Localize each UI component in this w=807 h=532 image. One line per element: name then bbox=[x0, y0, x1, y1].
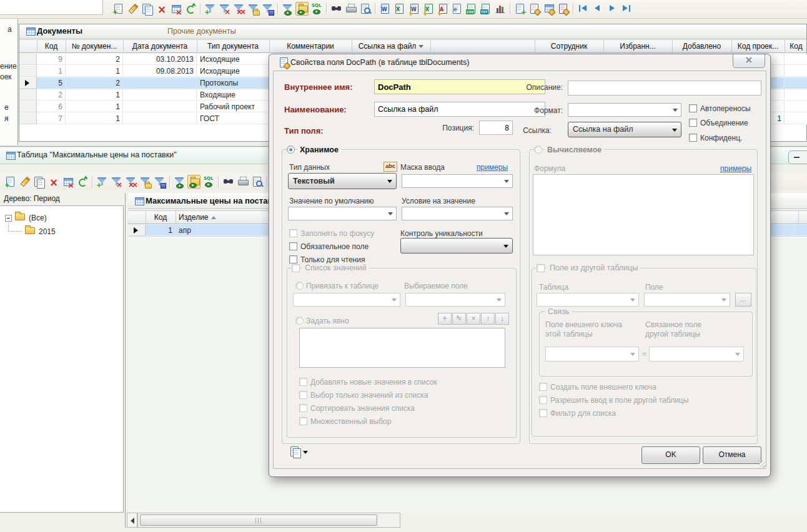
filter-clear-icon[interactable]: ×× bbox=[233, 2, 245, 15]
list-move-down-button[interactable]: ↓ bbox=[495, 313, 509, 325]
form-gear-icon[interactable] bbox=[528, 2, 540, 15]
format-combo[interactable] bbox=[568, 103, 681, 117]
filter-folder-icon[interactable] bbox=[139, 175, 151, 188]
filter-clear-icon[interactable]: ×× bbox=[125, 175, 137, 188]
delete-icon[interactable]: × bbox=[47, 175, 59, 188]
description-field[interactable] bbox=[568, 81, 761, 96]
form-color-icon[interactable] bbox=[557, 2, 569, 15]
scroll-left-button[interactable] bbox=[127, 513, 137, 528]
other-table-checkbox[interactable] bbox=[537, 264, 545, 272]
column-header[interactable]: Ссылка на файл bbox=[352, 40, 431, 53]
fk-combo[interactable] bbox=[545, 347, 639, 362]
doc-add-icon[interactable]: + bbox=[112, 2, 124, 15]
list-option-checkbox[interactable] bbox=[299, 391, 307, 399]
form-gear-icon[interactable] bbox=[278, 56, 290, 69]
data-type-combo[interactable]: Текстовый bbox=[288, 173, 397, 189]
documents-tab-label[interactable]: Прочие документы bbox=[167, 27, 236, 36]
filter-folder-icon[interactable] bbox=[247, 2, 259, 15]
export-html-icon[interactable]: e bbox=[451, 2, 463, 15]
tree-node-2015[interactable]: 2015 bbox=[39, 227, 56, 236]
merge-checkbox[interactable] bbox=[689, 119, 697, 127]
print-icon[interactable] bbox=[237, 175, 249, 188]
preview-icon[interactable] bbox=[251, 175, 263, 188]
computed-option-checkbox[interactable] bbox=[539, 396, 547, 404]
copy-properties-button[interactable] bbox=[288, 445, 310, 459]
nav-first-icon[interactable] bbox=[577, 2, 589, 15]
table-delete-icon[interactable]: × bbox=[170, 2, 182, 15]
formula-examples-link[interactable]: примеры bbox=[720, 164, 751, 173]
edit-pencil-icon[interactable] bbox=[127, 2, 139, 15]
grid-window-icon[interactable] bbox=[24, 25, 36, 37]
column-header[interactable]: Тип документа bbox=[197, 40, 270, 53]
rel-combo[interactable] bbox=[649, 347, 744, 362]
column-header[interactable]: Код bbox=[785, 40, 807, 53]
filter-delete-icon[interactable]: × bbox=[111, 175, 122, 188]
select-field-combo[interactable] bbox=[405, 293, 505, 307]
sql-view-icon[interactable]: SQL bbox=[310, 2, 322, 15]
list-option-checkbox[interactable] bbox=[299, 417, 307, 425]
column-header[interactable]: Комментарии bbox=[269, 40, 352, 53]
export-word-icon[interactable]: W bbox=[379, 2, 391, 15]
filter-view-icon[interactable] bbox=[174, 175, 186, 188]
chart-icon[interactable] bbox=[494, 2, 506, 15]
folders-view-icon[interactable] bbox=[295, 2, 309, 16]
filter-add-icon[interactable]: + bbox=[96, 175, 108, 188]
copy-icon[interactable] bbox=[141, 2, 153, 15]
filter-view-icon[interactable] bbox=[282, 2, 294, 15]
doc-add-icon[interactable]: + bbox=[4, 175, 16, 188]
grid-gear-icon[interactable] bbox=[543, 2, 555, 15]
position-field[interactable] bbox=[479, 121, 513, 135]
merge-word-icon[interactable]: W bbox=[408, 2, 420, 15]
list-option-checkbox[interactable] bbox=[299, 378, 307, 386]
find-icon[interactable] bbox=[330, 2, 342, 15]
column-header[interactable]: Добавлено bbox=[672, 40, 732, 53]
condition-combo[interactable] bbox=[402, 207, 513, 220]
formula-textarea[interactable] bbox=[533, 174, 754, 255]
bind-table-combo[interactable] bbox=[293, 293, 400, 307]
nav-last-icon[interactable] bbox=[620, 2, 632, 15]
export-excel-icon[interactable]: X bbox=[394, 2, 405, 15]
preview-icon[interactable] bbox=[359, 2, 371, 15]
computed-option-checkbox[interactable] bbox=[539, 383, 547, 391]
resize-grip[interactable] bbox=[758, 460, 765, 468]
close-button[interactable] bbox=[733, 54, 765, 68]
required-checkbox[interactable] bbox=[289, 242, 297, 250]
list-delete-button[interactable]: × bbox=[467, 313, 480, 325]
list-option-checkbox[interactable] bbox=[299, 404, 307, 412]
column-header-kod[interactable]: Код bbox=[146, 211, 176, 224]
tree-grid-splitter[interactable] bbox=[125, 193, 126, 528]
computed-radio[interactable] bbox=[534, 145, 542, 154]
fill-focus-checkbox[interactable] bbox=[289, 229, 297, 237]
list-move-up-button[interactable]: ↑ bbox=[481, 313, 495, 325]
folders-view-icon[interactable] bbox=[187, 175, 201, 189]
filter-save-icon[interactable] bbox=[262, 2, 274, 15]
find-icon[interactable] bbox=[222, 175, 234, 188]
tree-expand-icon[interactable] bbox=[5, 215, 12, 222]
refresh-icon[interactable] bbox=[76, 175, 88, 188]
link-combo[interactable]: Ссылка на файл bbox=[568, 122, 681, 137]
cancel-button[interactable]: Отмена bbox=[703, 446, 761, 464]
explicit-values-listbox[interactable] bbox=[299, 328, 505, 368]
column-header[interactable]: № докумен... bbox=[66, 40, 124, 53]
grid-window-icon[interactable] bbox=[133, 195, 145, 207]
unique-control-combo[interactable] bbox=[400, 238, 513, 254]
confidential-checkbox[interactable] bbox=[689, 134, 697, 142]
filter-save-icon[interactable] bbox=[154, 175, 166, 188]
nav-prev-icon[interactable] bbox=[592, 2, 603, 15]
edit-pencil-icon[interactable] bbox=[19, 175, 31, 188]
filter-delete-icon[interactable]: × bbox=[219, 2, 230, 15]
refresh-icon[interactable] bbox=[184, 2, 196, 15]
explicit-radio[interactable] bbox=[295, 317, 304, 325]
collapse-tab[interactable] bbox=[788, 150, 807, 164]
nav-next-icon[interactable] bbox=[606, 2, 618, 15]
column-header[interactable]: Дата документа bbox=[123, 40, 197, 53]
bind-table-radio[interactable] bbox=[295, 282, 304, 290]
table-delete-icon[interactable]: × bbox=[62, 175, 74, 188]
h-scrollbar[interactable] bbox=[127, 513, 400, 528]
column-header[interactable]: Избранн... bbox=[603, 40, 673, 53]
table-combo[interactable] bbox=[537, 293, 639, 307]
merge-excel-icon[interactable]: X bbox=[422, 2, 434, 15]
mask-combo[interactable] bbox=[402, 174, 513, 188]
merge-pdf-icon[interactable]: A bbox=[437, 2, 448, 15]
list-edit-button[interactable]: ✎ bbox=[452, 313, 466, 325]
